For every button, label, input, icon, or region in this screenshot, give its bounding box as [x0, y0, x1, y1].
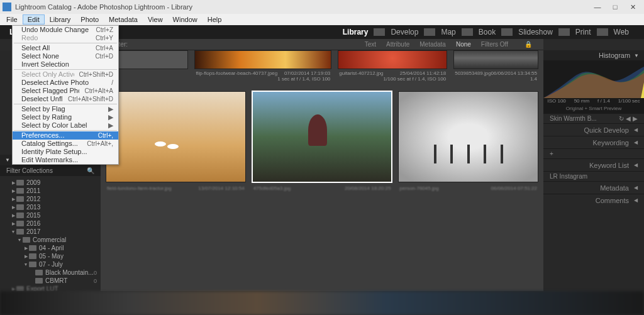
- thumbnail-cell[interactable]: 5039853489.jpg06/06/2014 13:34:551.4: [453, 50, 538, 85]
- menu-item-select-by-color-label[interactable]: Select by Color Label▶: [13, 121, 118, 130]
- thumbnail-cell[interactable]: flip-flops-footwear-beach-40737.jpeg07/0…: [194, 50, 331, 85]
- menu-item-deselect-unflagged-photos[interactable]: Deselect Unflagged PhotosCtrl+Alt+Shift+…: [13, 95, 118, 103]
- filter-none[interactable]: None: [451, 41, 476, 48]
- menu-item-invert-selection[interactable]: Invert Selection: [13, 60, 118, 69]
- collection-item[interactable]: ▶04 - April: [0, 244, 101, 252]
- add-keyword-button[interactable]: +: [543, 148, 644, 158]
- module-web[interactable]: Web: [608, 28, 635, 36]
- keywording-panel[interactable]: Keywording◀: [543, 136, 644, 148]
- thumbnail-cell[interactable]: [398, 91, 538, 182]
- maximize-button[interactable]: □: [606, 1, 624, 13]
- module-map[interactable]: Map: [435, 28, 461, 36]
- menu-view[interactable]: View: [143, 14, 168, 25]
- menu-library[interactable]: Library: [45, 14, 76, 25]
- thumbnail-cell[interactable]: [252, 91, 392, 182]
- module-library[interactable]: Library: [337, 28, 374, 36]
- right-panel: Histogram ▼ ISO 100 50 mm f / 1.4 1/100 …: [543, 50, 644, 291]
- filter-attribute[interactable]: Attribute: [381, 41, 414, 48]
- disclosure-triangle-icon: ▼: [634, 53, 639, 58]
- grid-row: [101, 91, 543, 182]
- app-icon: [3, 3, 11, 11]
- module-picker: LibraryDevelopMapBookSlideshowPrintWeb: [337, 28, 635, 36]
- collection-item[interactable]: ▶2013: [0, 203, 101, 211]
- window-title: Lightroom Catalog - Adobe Photoshop Ligh…: [15, 3, 589, 11]
- collection-item[interactable]: ▶2016: [0, 219, 101, 228]
- histogram-metadata: ISO 100 50 mm f / 1.4 1/100 sec: [543, 98, 644, 106]
- thumbnail-cell[interactable]: guitarist-407212.jpg25/04/2014 11:42:181…: [338, 50, 447, 85]
- collection-item[interactable]: ▶Export LUT: [0, 285, 101, 291]
- search-icon: 🔍: [87, 167, 94, 174]
- thumbnail-caption: 475dfed05a3.jpg20/08/2014 18:20:25: [252, 184, 392, 194]
- edit-menu-dropdown: Undo Module ChangeCtrl+ZRedoCtrl+YSelect…: [12, 25, 119, 165]
- thumbnail-cell[interactable]: [106, 91, 246, 182]
- collection-item[interactable]: ▶2011: [0, 187, 101, 195]
- menu-item-redo: RedoCtrl+Y: [13, 34, 118, 42]
- menu-window[interactable]: Window: [168, 14, 203, 25]
- menu-file[interactable]: File: [1, 14, 23, 25]
- filter-collections-input[interactable]: Filter Collections 🔍: [0, 165, 101, 176]
- grid-row: field-tundono-farm-tractor.jpg13/07/2014…: [101, 184, 543, 194]
- menu-item-select-all[interactable]: Select AllCtrl+A: [13, 44, 118, 52]
- collection-item[interactable]: CBMRT0: [0, 277, 101, 285]
- menu-item-catalog-settings[interactable]: Catalog Settings...Ctrl+Alt+,: [13, 140, 118, 148]
- menu-edit[interactable]: Edit: [23, 14, 45, 25]
- collection-item[interactable]: Black Mountain...0: [0, 268, 101, 277]
- module-slideshow[interactable]: Slideshow: [513, 28, 558, 36]
- filter-metadata[interactable]: Metadata: [414, 41, 451, 48]
- collection-item[interactable]: ▶2009: [0, 179, 101, 187]
- keyword-list-panel[interactable]: Keyword List◀: [543, 158, 644, 171]
- histogram-source: Original + Smart Preview: [543, 106, 644, 113]
- collection-item[interactable]: ▶2012: [0, 195, 101, 203]
- preset-row[interactable]: Skin Warmth B...↻ ◀ ▶: [543, 113, 644, 123]
- menu-item-edit-watermarks[interactable]: Edit Watermarks...: [13, 156, 118, 164]
- lr-instagram-tag[interactable]: LR Instagram: [543, 171, 644, 181]
- menu-item-select-flagged-photos[interactable]: Select Flagged PhotosCtrl+Alt+A: [13, 87, 118, 95]
- collection-item[interactable]: ▼07 - July: [0, 260, 101, 268]
- module-print[interactable]: Print: [570, 28, 597, 36]
- thumbnail-caption: field-tundono-farm-tractor.jpg13/07/2014…: [106, 184, 246, 194]
- collection-item[interactable]: ▼2017: [0, 228, 101, 236]
- menu-photo[interactable]: Photo: [75, 14, 104, 25]
- collection-item[interactable]: ▶05 - May: [0, 252, 101, 260]
- menu-help[interactable]: Help: [203, 14, 227, 25]
- filmstrip[interactable]: [0, 291, 644, 315]
- menu-item-select-by-rating[interactable]: Select by Rating▶: [13, 113, 118, 121]
- menu-item-undo-module-change[interactable]: Undo Module ChangeCtrl+Z: [13, 26, 118, 34]
- metadata-panel[interactable]: Metadata◀: [543, 181, 644, 194]
- menu-item-select-only-active-photo: Select Only Active PhotoCtrl+Shift+D: [13, 70, 118, 79]
- histogram-display[interactable]: [543, 60, 644, 98]
- menu-item-identity-plate-setup[interactable]: Identity Plate Setup...: [13, 148, 118, 156]
- minimize-button[interactable]: —: [589, 1, 606, 13]
- filters-status[interactable]: Filters Off: [476, 41, 513, 48]
- quick-develop-panel[interactable]: Quick Develop◀: [543, 123, 644, 136]
- menu-item-deselect-active-photo[interactable]: Deselect Active Photo/: [13, 79, 118, 87]
- library-filter-bar[interactable]: Filter: Text Attribute Metadata None Fil…: [101, 39, 543, 50]
- filter-lock-icon[interactable]: 🔒: [519, 41, 537, 48]
- close-button[interactable]: ✕: [624, 1, 641, 13]
- filter-text[interactable]: Text: [360, 41, 381, 48]
- disclosure-triangle-icon: ▼: [5, 157, 10, 163]
- menu-bar: FileEditLibraryPhotoMetadataViewWindowHe…: [0, 14, 644, 25]
- collection-item[interactable]: ▼Commercial: [0, 236, 101, 244]
- menu-item-select-none[interactable]: Select NoneCtrl+D: [13, 52, 118, 60]
- collections-tree: ▶2009▶2011▶2012▶2013▶2015▶2016▼2017▼Comm…: [0, 176, 101, 291]
- thumbnail-grid[interactable]: flip-flops-footwear-beach-40737.jpeg07/0…: [101, 50, 543, 291]
- grid-row: flip-flops-footwear-beach-40737.jpeg07/0…: [101, 50, 543, 85]
- menu-item-preferences[interactable]: Preferences...Ctrl+,: [13, 131, 118, 140]
- collection-item[interactable]: ▶2015: [0, 211, 101, 219]
- histogram-panel-header[interactable]: Histogram ▼: [543, 50, 644, 60]
- menu-metadata[interactable]: Metadata: [104, 14, 143, 25]
- module-develop[interactable]: Develop: [385, 28, 424, 36]
- thumbnail-caption: person-76045.jpg06/06/2014 07:51:22: [398, 184, 538, 194]
- menu-item-select-by-flag[interactable]: Select by Flag▶: [13, 105, 118, 113]
- module-book[interactable]: Book: [473, 28, 501, 36]
- window-titlebar: Lightroom Catalog - Adobe Photoshop Ligh…: [0, 0, 644, 14]
- comments-panel[interactable]: Comments◀: [543, 194, 644, 206]
